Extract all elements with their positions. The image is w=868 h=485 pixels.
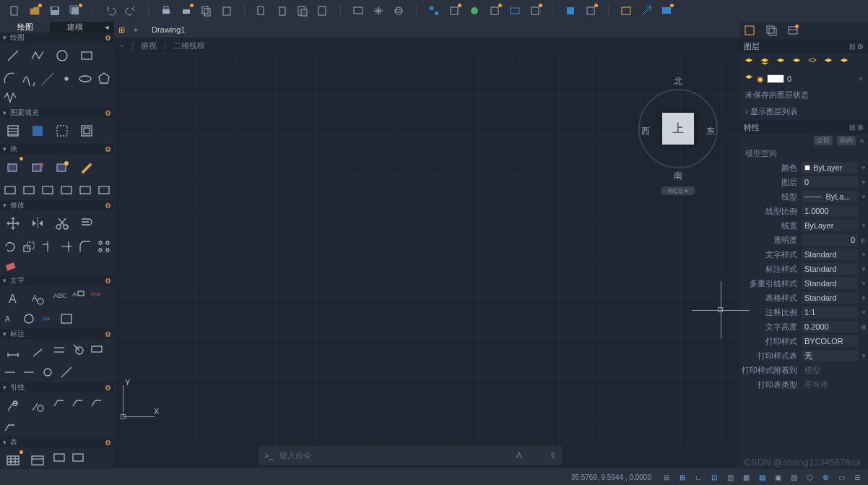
group-text-head[interactable]: ▾文字⚙ (0, 275, 114, 286)
attsync-icon[interactable] (59, 183, 74, 197)
hatch-icon[interactable] (3, 121, 23, 141)
construction-icon[interactable] (40, 72, 55, 86)
mtext-icon[interactable]: A (3, 288, 23, 309)
block-create-icon[interactable] (52, 157, 72, 177)
ld3-icon[interactable] (90, 395, 104, 410)
prop-tablestyle[interactable]: Standard (802, 292, 858, 304)
dim2-icon[interactable] (22, 365, 36, 379)
qp-icon[interactable]: ▣ (771, 471, 784, 483)
dimangular-icon[interactable] (52, 342, 66, 356)
filter-all[interactable]: 全部 (814, 136, 833, 145)
t1-icon[interactable]: A (3, 312, 17, 326)
saveall-icon[interactable] (68, 4, 82, 18)
print-preview-icon[interactable] (179, 4, 194, 18)
layercolor-icon[interactable] (744, 73, 754, 85)
tab-draw[interactable]: 绘图 (0, 22, 50, 33)
layer-name[interactable]: 0 (787, 74, 791, 83)
group-modify-head[interactable]: ▾修改⚙ (0, 200, 114, 210)
spline-icon[interactable] (22, 72, 36, 86)
dimaligned-icon[interactable] (27, 342, 48, 362)
display-icon[interactable] (659, 4, 674, 18)
prop-linetype[interactable]: ───ByLa... (802, 191, 858, 202)
lwt-icon[interactable]: ▦ (739, 471, 752, 483)
ortho-icon[interactable]: ⊞ (676, 471, 689, 483)
prop-ltscale[interactable]: 1.0000 (802, 205, 858, 217)
full-icon[interactable]: ▭ (835, 471, 848, 483)
gradient-icon[interactable] (27, 121, 48, 141)
command-input[interactable]: 键入命令 (279, 450, 511, 461)
share-icon[interactable]: ⇧ (550, 451, 556, 460)
ld1-icon[interactable] (52, 395, 66, 410)
t2-icon[interactable] (22, 312, 36, 326)
polygon-icon[interactable] (97, 72, 111, 86)
layer4-icon[interactable] (791, 56, 803, 68)
save-icon[interactable] (48, 4, 62, 18)
line-icon[interactable] (3, 46, 23, 66)
app2-icon[interactable] (583, 4, 598, 18)
app1-icon[interactable] (563, 4, 578, 18)
block-insert-icon[interactable] (3, 157, 23, 177)
point-icon[interactable] (59, 72, 74, 86)
tb1-icon[interactable] (52, 450, 66, 465)
block-edit-icon[interactable] (77, 157, 97, 177)
group-dim-head[interactable]: ▾标注⚙ (0, 329, 114, 339)
layers-panel-head[interactable]: 图层⊟ ⚙ (739, 39, 868, 53)
prop-dimstyle[interactable]: Standard (802, 263, 858, 275)
circle-icon[interactable] (52, 46, 72, 66)
prop-textheight[interactable]: 0.2000 (802, 321, 858, 332)
extend-icon[interactable] (59, 239, 74, 254)
fillet-icon[interactable] (78, 239, 92, 254)
menu-icon[interactable]: ☰ (851, 471, 864, 483)
tool6-icon[interactable] (528, 4, 542, 18)
dim4-icon[interactable] (59, 365, 74, 379)
arc-icon[interactable] (3, 72, 17, 86)
blockbase-icon[interactable] (78, 183, 92, 197)
layer1-icon[interactable] (744, 56, 755, 68)
snap-grid-icon[interactable]: ⊞ (660, 471, 673, 483)
cut-icon[interactable] (255, 4, 269, 18)
sc-icon[interactable]: ▧ (787, 471, 800, 483)
prop-lineweight[interactable]: ByLayer (802, 220, 858, 231)
new-tab-icon[interactable]: + (129, 25, 143, 34)
t3-icon[interactable]: A≡ (40, 312, 55, 326)
prop-layer[interactable]: 0 (802, 176, 858, 188)
dimradius-icon[interactable] (71, 342, 85, 356)
send-icon[interactable] (639, 4, 654, 18)
ellipse-icon[interactable] (78, 72, 92, 86)
pan-icon[interactable] (371, 4, 386, 18)
filter-my[interactable]: 我的 (837, 136, 856, 145)
dyn-icon[interactable]: ▤ (755, 471, 768, 483)
spellcheck-icon[interactable]: A (71, 288, 85, 303)
mtext-search-icon[interactable]: A (27, 288, 48, 309)
copy-icon[interactable] (199, 4, 214, 18)
show-layer-list[interactable]: 显示图层列表 (739, 103, 868, 120)
prop-textstyle[interactable]: Standard (802, 249, 858, 260)
polar-icon[interactable]: ∟ (692, 471, 705, 483)
offset-icon[interactable] (77, 213, 97, 233)
viewcube[interactable]: 北 西 上 东 南 WCS ▾ (631, 75, 725, 198)
bulb-icon[interactable]: ◉ (757, 74, 764, 84)
table-style-icon[interactable] (27, 450, 48, 471)
collapse-icon[interactable]: − (120, 41, 124, 50)
attman-icon[interactable] (40, 183, 55, 197)
ld2-icon[interactable] (71, 395, 85, 410)
group-hatch-head[interactable]: ▾图案填充⚙ (0, 108, 114, 118)
an-icon[interactable]: ⬡ (803, 471, 816, 483)
osnap-icon[interactable]: ⊡ (708, 471, 721, 483)
view-2dwire[interactable]: 二维线框 (173, 40, 205, 51)
group-block-head[interactable]: ▾块⚙ (0, 144, 114, 154)
canvas[interactable]: 北 西 上 东 南 WCS ▾ Y X (114, 53, 739, 446)
layer3-icon[interactable] (776, 56, 787, 68)
array-icon[interactable] (97, 239, 111, 254)
pasteclip-icon[interactable] (295, 4, 310, 18)
ld4-icon[interactable] (3, 420, 17, 434)
otrack-icon[interactable]: ▥ (724, 471, 737, 483)
open-icon[interactable] (27, 4, 42, 18)
t4-icon[interactable] (59, 312, 74, 326)
zigzag-icon[interactable] (3, 90, 17, 105)
trim-icon[interactable] (40, 239, 55, 254)
polyline-icon[interactable] (27, 46, 48, 66)
dimtol-icon[interactable] (90, 342, 104, 356)
cmdline-pin-icon[interactable]: ᐱ (516, 451, 522, 460)
erase-icon[interactable] (3, 258, 17, 272)
